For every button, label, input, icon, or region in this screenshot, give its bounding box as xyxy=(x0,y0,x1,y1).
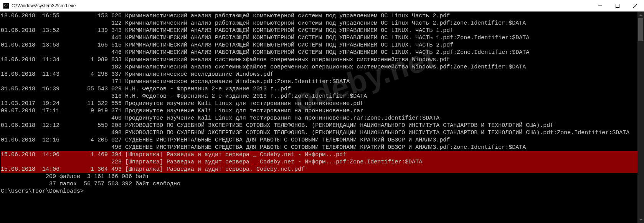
svg-rect-1 xyxy=(616,4,619,7)
cmd-window: C:\ C:\Windows\system32\cmd.exe 18.06.20… xyxy=(0,0,644,223)
chevron-up-icon xyxy=(639,14,642,16)
terminal-line: 09.07.2018 17:11 9 919 371 Продвинутое и… xyxy=(1,107,637,115)
terminal-line: 01.06.2018 13:52 139 343 КРИМИНАЛИСТИЧЕС… xyxy=(1,27,637,34)
terminal-line: 15.06.2018 14:06 1 469 394 [Шпаргалка] Р… xyxy=(1,151,637,158)
chevron-down-icon xyxy=(639,219,642,221)
terminal-line: 498 СУДЕБНЫЕ ИНСТРУМЕНТАЛЬНЫЕ СРЕДСТВА Д… xyxy=(1,144,637,151)
terminal-line: 122 Криминалистический анализ работающей… xyxy=(1,20,637,27)
terminal-line: 209 файлов 3 161 166 086 байт xyxy=(1,173,637,180)
client-area: 18.06.2018 16:55 153 626 Криминалистичес… xyxy=(0,12,644,223)
svg-marker-4 xyxy=(639,14,642,16)
terminal-output[interactable]: 18.06.2018 16:55 153 626 Криминалистичес… xyxy=(0,12,637,223)
terminal-line: 01.06.2018 13:53 165 515 КРИМИНАЛИСТИЧЕС… xyxy=(1,42,637,49)
terminal-line: 18.06.2018 16:55 153 626 Криминалистичес… xyxy=(1,12,637,20)
terminal-line: 446 КРИМИНАЛИСТИЧЕСКИЙ АНАЛИЗ РАБОТАЮЩЕЙ… xyxy=(1,49,637,56)
terminal-line: 15.06.2018 14:06 1 304 493 [Шпаргалка] Р… xyxy=(1,166,637,173)
terminal-line: 18.06.2018 11:34 1 089 833 Криминалистич… xyxy=(1,56,637,63)
close-icon xyxy=(633,4,637,8)
cmd-icon-label: C:\ xyxy=(4,4,8,7)
close-button[interactable] xyxy=(626,0,644,12)
svg-marker-5 xyxy=(639,219,642,221)
terminal-line: 01.06.2018 12:12 550 208 РУКОВОДСТВО ПО … xyxy=(1,122,637,129)
minimize-icon xyxy=(598,4,602,8)
terminal-line: 18.06.2018 11:43 4 298 337 Криминалистич… xyxy=(1,71,637,78)
maximize-button[interactable] xyxy=(609,0,626,12)
terminal-line: 446 КРИМИНАЛИСТИЧЕСКИЙ АНАЛИЗ РАБОТАЮЩЕЙ… xyxy=(1,34,637,42)
terminal-line: 37 папок 56 757 563 392 байт свободно xyxy=(1,180,637,188)
scroll-track[interactable] xyxy=(637,18,644,216)
scroll-up-button[interactable] xyxy=(637,12,644,18)
terminal-line: 228 [Шпаргалка] Разведка и аудит сервера… xyxy=(1,158,637,166)
scroll-thumb[interactable] xyxy=(638,18,643,41)
titlebar[interactable]: C:\ C:\Windows\system32\cmd.exe xyxy=(0,0,644,12)
vertical-scrollbar[interactable] xyxy=(637,12,644,223)
terminal-line: C:\Users\Toor\Downloads> xyxy=(1,188,637,195)
terminal-line: 316 Н.Н. Федотов - Форензика 2-е издание… xyxy=(1,93,637,100)
terminal-line: 171 Криминалистическое исследование Wind… xyxy=(1,78,637,85)
window-title: C:\Windows\system32\cmd.exe xyxy=(12,3,76,8)
terminal-line: 460 Продвинутое изучение Kali Linux для … xyxy=(1,115,637,122)
terminal-line: 13.03.2017 19:24 11 322 555 Продвинутое … xyxy=(1,100,637,107)
terminal-line: 31.05.2018 16:39 55 543 029 Н.Н. Федотов… xyxy=(1,85,637,93)
terminal-line: 182 Криминалистический анализ системныхф… xyxy=(1,63,637,71)
scroll-down-button[interactable] xyxy=(637,216,644,223)
minimize-button[interactable] xyxy=(591,0,609,12)
cmd-icon: C:\ xyxy=(3,3,9,9)
terminal-line: 498 РУКОВОДСТВО ПО СУДЕБНОЙ ЭКСПЕРТИЗЕ С… xyxy=(1,129,637,136)
terminal-line: 01.06.2018 12:16 4 205 027 СУДЕБНЫЕ ИНСТ… xyxy=(1,136,637,144)
maximize-icon xyxy=(616,4,619,8)
